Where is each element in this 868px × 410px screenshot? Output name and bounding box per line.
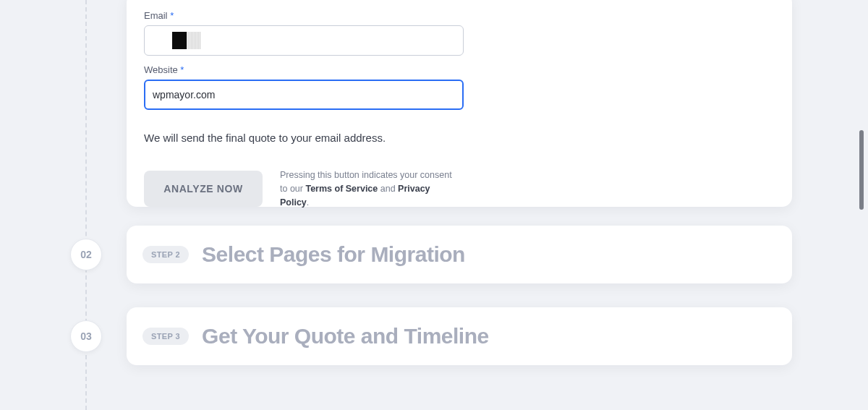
form-card: Email * Website * We will send the final… <box>127 0 792 207</box>
step-pill: STEP 3 <box>142 328 189 345</box>
step-indicator-03: 03 <box>70 320 102 352</box>
step-number: 03 <box>80 330 92 342</box>
step-indicator-02: 02 <box>70 239 102 270</box>
email-label: Email * <box>144 10 775 21</box>
website-field[interactable] <box>144 80 464 110</box>
step-title: Select Pages for Migration <box>202 242 465 267</box>
step-number: 02 <box>80 249 92 260</box>
step-2-card[interactable]: STEP 2 Select Pages for Migration <box>127 226 792 283</box>
email-field[interactable] <box>144 25 464 56</box>
consent-text: Pressing this button indicates your cons… <box>280 168 454 209</box>
terms-of-service-link[interactable]: Terms of Service <box>305 184 378 194</box>
step-3-card[interactable]: STEP 3 Get Your Quote and Timeline <box>127 307 792 365</box>
required-star: * <box>180 64 184 75</box>
step-title: Get Your Quote and Timeline <box>202 324 489 349</box>
info-text: We will send the final quote to your ema… <box>144 132 775 144</box>
analyze-now-button[interactable]: ANALYZE NOW <box>144 171 263 207</box>
scrollbar-thumb[interactable] <box>859 130 864 210</box>
required-star: * <box>170 10 174 21</box>
step-pill: STEP 2 <box>142 246 189 263</box>
redacted-text-icon <box>172 32 187 49</box>
redacted-text-icon <box>187 32 201 49</box>
website-label: Website * <box>144 64 775 75</box>
